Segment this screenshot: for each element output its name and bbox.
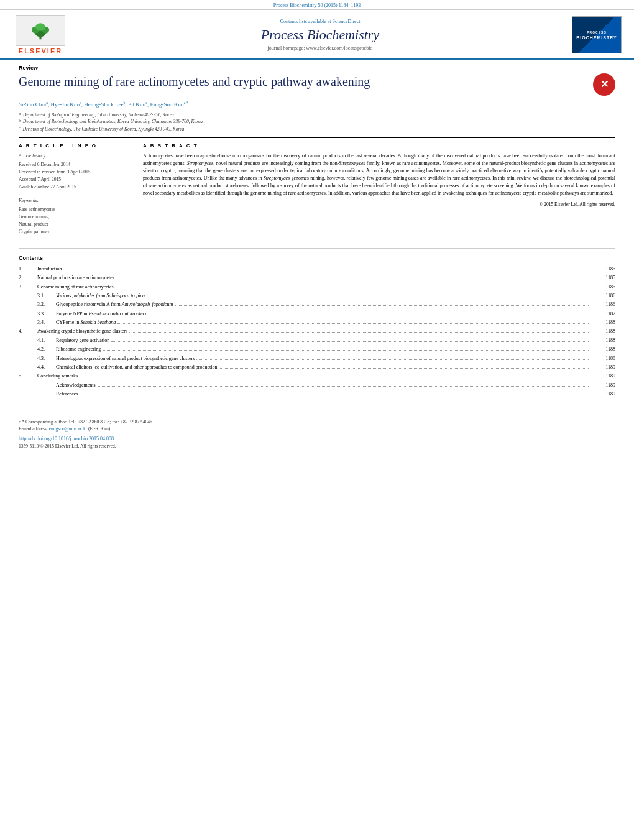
affiliation-c: c Division of Biotechnology, The Catholi… — [19, 126, 615, 132]
corresponding-author-note: * * Corresponding author. Tel.: +82 32 8… — [19, 418, 615, 426]
affiliations: a Department of Biological Engineering, … — [19, 111, 615, 132]
toc-item-ack: Acknowledgements 1189 — [19, 381, 615, 390]
received-date: Received 6 December 2014 — [19, 161, 131, 168]
crossmark-icon[interactable]: ✕ — [593, 73, 615, 96]
affiliation-a: a Department of Biological Engineering, … — [19, 111, 615, 118]
elsevier-tree-icon — [22, 21, 59, 40]
email-link[interactable]: eungsoo@inha.ac.kr — [49, 426, 87, 432]
left-column: A R T I C L E I N F O Article history: R… — [19, 143, 131, 236]
keywords-block: Keywords: Rare actinomycetes Genome mini… — [19, 197, 131, 236]
toc-item-3-2: 3.2. Glycopeptide ristomycin A from Amyc… — [19, 300, 615, 309]
authors: Si-Sun Choia, Hye-Jin Kima, Heung-Shick … — [19, 101, 615, 108]
toc-item-2: 2. Natural products in rare actinomycete… — [19, 274, 615, 282]
toc-item-4-4: 4.4. Chemical elicitors, co-cultivation,… — [19, 363, 615, 372]
journal-homepage: journal homepage: www.elsevier.com/locat… — [68, 45, 572, 51]
keyword-4: Cryptic pathway — [19, 228, 131, 236]
contents-title: Contents — [19, 255, 615, 261]
article-info-header: A R T I C L E I N F O — [19, 143, 131, 149]
available-online-date: Available online 27 April 2015 — [19, 183, 131, 191]
toc-item-3-1: 3.1. Various polyketides from Salinispor… — [19, 292, 615, 300]
logo-text1: PROCESS — [587, 30, 606, 34]
toc-item-4-1: 4.1. Regulatory gene activation 1188 — [19, 336, 615, 345]
article-content: Review Genome mining of rare actinomycet… — [0, 60, 634, 242]
toc-item-4-3: 4.3. Heterologous expression of natural … — [19, 354, 615, 363]
article-info-block: Article history: Received 6 December 201… — [19, 152, 131, 191]
toc-item-4-2: 4.2. Ribosome engineering 1188 — [19, 345, 615, 354]
toc-item-5: 5. Concluding remarks 1189 — [19, 372, 615, 381]
review-label: Review — [19, 65, 615, 71]
keyword-1: Rare actinomycetes — [19, 206, 131, 213]
journal-title: Process Biochemistry — [68, 27, 572, 43]
toc-item-3-4: 3.4. CYPome in Sehekia benthana 1188 — [19, 318, 615, 327]
journal-top-bar: Process Biochemistry 50 (2015) 1184–1193 — [0, 0, 634, 10]
abstract-text: Actinomycetes have been major storehouse… — [143, 152, 615, 208]
journal-center: Contents lists available at ScienceDirec… — [68, 19, 572, 51]
doi-link[interactable]: http://dx.doi.org/10.1016/j.procbio.2015… — [19, 436, 615, 441]
footer-section: * * Corresponding author. Tel.: +82 32 8… — [0, 412, 634, 456]
toc-item-1: 1. Introduction 1185 — [19, 265, 615, 274]
svg-point-4 — [35, 23, 45, 31]
contents-section: Contents 1. Introduction 1185 2. Natural… — [0, 255, 634, 399]
elsevier-label: ELSEVIER — [19, 47, 62, 55]
elsevier-logo-image — [16, 15, 65, 46]
article-info-abstract: A R T I C L E I N F O Article history: R… — [19, 137, 615, 236]
journal-logo-right: PROCESS BIOCHEMISTRY — [572, 16, 622, 53]
affiliation-b: b Department of Biotechnology and Bioinf… — [19, 118, 615, 125]
email-note: E-mail address: eungsoo@inha.ac.kr (E.-S… — [19, 425, 615, 432]
elsevier-logo: ELSEVIER — [12, 15, 68, 55]
footer-copyright: 1359-5113/© 2015 Elsevier Ltd. All right… — [19, 443, 615, 449]
toc-item-ref: References 1189 — [19, 390, 615, 399]
article-history-label: Article history: — [19, 152, 131, 160]
article-title-block: Genome mining of rare actinomycetes and … — [19, 73, 615, 96]
right-column: A B S T R A C T Actinomycetes have been … — [143, 143, 615, 236]
abstract-header: A B S T R A C T — [143, 143, 615, 149]
logo-text2: BIOCHEMISTRY — [576, 35, 617, 40]
article-title-text: Genome mining of rare actinomycetes and … — [19, 73, 593, 90]
received-revised-date: Received in revised form 3 April 2015 — [19, 168, 131, 176]
section-divider — [19, 248, 615, 249]
abstract-copyright: © 2015 Elsevier Ltd. All rights reserved… — [143, 201, 615, 208]
journal-citation: Process Biochemistry 50 (2015) 1184–1193 — [273, 2, 361, 8]
sciencedirect-link[interactable]: Contents lists available at ScienceDirec… — [68, 19, 572, 24]
toc-item-3-3: 3.3. Polyene NPP in Pseudonocardia autot… — [19, 310, 615, 318]
journal-header: ELSEVIER Contents lists available at Sci… — [0, 10, 634, 60]
toc-item-4: 4. Awakening cryptic biosynthetic gene c… — [19, 327, 615, 336]
keywords-label: Keywords: — [19, 197, 131, 205]
accepted-date: Accepted 7 April 2015 — [19, 176, 131, 183]
keyword-2: Genome mining — [19, 213, 131, 221]
page: Process Biochemistry 50 (2015) 1184–1193… — [0, 0, 634, 840]
keyword-3: Natural product — [19, 221, 131, 228]
table-of-contents: 1. Introduction 1185 2. Natural products… — [19, 265, 615, 399]
toc-item-3: 3. Genome mining of rare actinomycetes 1… — [19, 283, 615, 292]
